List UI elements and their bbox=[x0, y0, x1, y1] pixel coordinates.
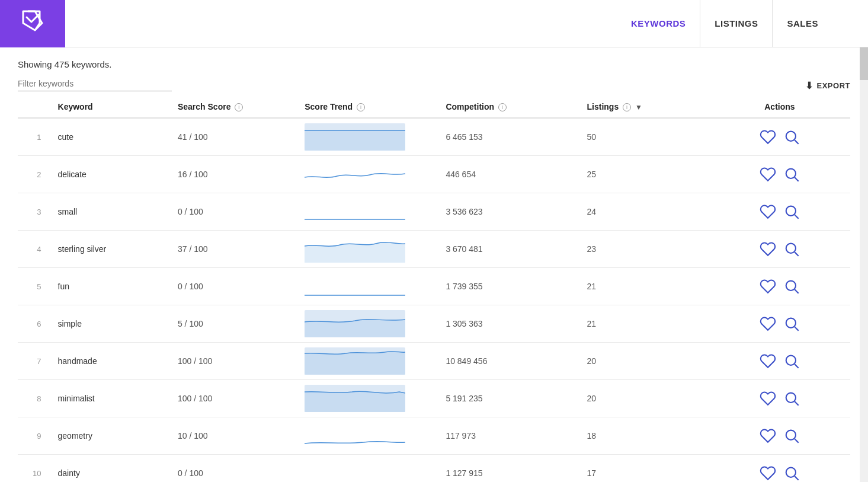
row-score-1: 41 / 100 bbox=[173, 118, 300, 156]
favorite-icon[interactable] bbox=[760, 427, 776, 444]
scrollbar-thumb[interactable] bbox=[860, 47, 868, 80]
row-trend-8 bbox=[300, 380, 441, 417]
svg-point-3 bbox=[786, 169, 796, 178]
svg-line-10 bbox=[795, 290, 798, 293]
row-competition-1: 6 465 153 bbox=[441, 118, 582, 156]
row-actions-10 bbox=[709, 455, 850, 482]
svg-point-7 bbox=[786, 244, 796, 253]
svg-line-16 bbox=[795, 365, 798, 368]
scrollbar-track[interactable] bbox=[860, 47, 868, 482]
row-actions-1 bbox=[709, 118, 850, 156]
favorite-icon[interactable] bbox=[760, 465, 776, 481]
row-listings-2: 25 bbox=[582, 156, 709, 193]
search-keyword-icon[interactable] bbox=[783, 427, 800, 444]
search-keyword-icon[interactable] bbox=[783, 241, 800, 257]
row-trend-10 bbox=[300, 455, 441, 482]
row-keyword-1: cute bbox=[53, 118, 173, 156]
nav-tabs: KEYWORDS LISTINGS SALES bbox=[617, 0, 832, 47]
row-actions-7 bbox=[709, 343, 850, 380]
row-trend-6 bbox=[300, 305, 441, 343]
row-num-4: 4 bbox=[18, 231, 53, 268]
favorite-icon[interactable] bbox=[760, 278, 776, 295]
table-row: 1 cute 41 / 100 6 465 153 50 bbox=[18, 118, 850, 156]
row-competition-2: 446 654 bbox=[441, 156, 582, 193]
row-competition-5: 1 739 355 bbox=[441, 268, 582, 305]
favorite-icon[interactable] bbox=[760, 166, 776, 183]
row-trend-2 bbox=[300, 156, 441, 193]
svg-point-9 bbox=[786, 281, 796, 291]
favorite-icon[interactable] bbox=[760, 129, 776, 145]
svg-point-18 bbox=[786, 393, 796, 403]
row-trend-4 bbox=[300, 231, 441, 268]
row-num-2: 2 bbox=[18, 156, 53, 193]
row-num-10: 10 bbox=[18, 455, 53, 482]
svg-point-20 bbox=[786, 430, 796, 440]
logo-icon bbox=[18, 7, 47, 40]
row-score-3: 0 / 100 bbox=[173, 193, 300, 231]
col-num bbox=[18, 96, 53, 118]
favorite-icon[interactable] bbox=[760, 203, 776, 220]
table-row: 3 small 0 / 100 3 536 623 24 bbox=[18, 193, 850, 231]
row-keyword-4: sterling silver bbox=[53, 231, 173, 268]
favorite-icon[interactable] bbox=[760, 390, 776, 407]
search-keyword-icon[interactable] bbox=[783, 129, 800, 145]
keywords-table: Keyword Search Score i Score Trend i Com… bbox=[18, 96, 850, 482]
row-score-9: 10 / 100 bbox=[173, 417, 300, 455]
table-row: 7 handmade 100 / 100 10 849 456 20 bbox=[18, 343, 850, 380]
row-score-5: 0 / 100 bbox=[173, 268, 300, 305]
row-score-2: 16 / 100 bbox=[173, 156, 300, 193]
svg-line-6 bbox=[795, 215, 798, 219]
row-listings-1: 50 bbox=[582, 118, 709, 156]
row-keyword-8: minimalist bbox=[53, 380, 173, 417]
export-button[interactable]: ⬇ EXPORT bbox=[805, 80, 850, 91]
row-trend-9 bbox=[300, 417, 441, 455]
row-listings-6: 21 bbox=[582, 305, 709, 343]
svg-point-22 bbox=[786, 468, 796, 477]
svg-line-4 bbox=[795, 178, 798, 181]
row-actions-4 bbox=[709, 231, 850, 268]
row-num-1: 1 bbox=[18, 118, 53, 156]
search-keyword-icon[interactable] bbox=[783, 278, 800, 295]
table-row: 8 minimalist 100 / 100 5 191 235 20 bbox=[18, 380, 850, 417]
favorite-icon[interactable] bbox=[760, 315, 776, 332]
tab-sales[interactable]: SALES bbox=[773, 0, 832, 47]
search-score-info-icon[interactable]: i bbox=[235, 103, 243, 111]
row-competition-7: 10 849 456 bbox=[441, 343, 582, 380]
listings-sort-icon[interactable]: ▼ bbox=[635, 103, 642, 111]
tab-keywords[interactable]: KEYWORDS bbox=[617, 0, 700, 47]
favorite-icon[interactable] bbox=[760, 241, 776, 257]
header: KEYWORDS LISTINGS SALES bbox=[0, 0, 868, 47]
row-competition-10: 1 127 915 bbox=[441, 455, 582, 482]
table-header-row: Keyword Search Score i Score Trend i Com… bbox=[18, 96, 850, 118]
filter-keywords-input[interactable] bbox=[18, 79, 172, 88]
row-actions-6 bbox=[709, 305, 850, 343]
svg-point-1 bbox=[786, 132, 796, 141]
search-keyword-icon[interactable] bbox=[783, 465, 800, 481]
row-trend-1 bbox=[300, 118, 441, 156]
row-keyword-2: delicate bbox=[53, 156, 173, 193]
search-keyword-icon[interactable] bbox=[783, 166, 800, 183]
row-actions-2 bbox=[709, 156, 850, 193]
row-actions-9 bbox=[709, 417, 850, 455]
listings-info-icon[interactable]: i bbox=[623, 103, 631, 111]
svg-line-19 bbox=[795, 402, 798, 406]
score-trend-info-icon[interactable]: i bbox=[357, 103, 365, 111]
competition-info-icon[interactable]: i bbox=[498, 103, 507, 111]
tab-listings[interactable]: LISTINGS bbox=[700, 0, 773, 47]
row-actions-3 bbox=[709, 193, 850, 231]
favorite-icon[interactable] bbox=[760, 353, 776, 369]
col-actions: Actions bbox=[709, 96, 850, 118]
row-listings-9: 18 bbox=[582, 417, 709, 455]
row-score-6: 5 / 100 bbox=[173, 305, 300, 343]
search-keyword-icon[interactable] bbox=[783, 390, 800, 407]
row-listings-3: 24 bbox=[582, 193, 709, 231]
search-keyword-icon[interactable] bbox=[783, 203, 800, 220]
table-body: 1 cute 41 / 100 6 465 153 50 2 delicate … bbox=[18, 118, 850, 482]
row-competition-3: 3 536 623 bbox=[441, 193, 582, 231]
row-listings-8: 20 bbox=[582, 380, 709, 417]
search-keyword-icon[interactable] bbox=[783, 315, 800, 332]
table-row: 2 delicate 16 / 100 446 654 25 bbox=[18, 156, 850, 193]
table-row: 10 dainty 0 / 100 1 127 915 17 bbox=[18, 455, 850, 482]
row-competition-8: 5 191 235 bbox=[441, 380, 582, 417]
search-keyword-icon[interactable] bbox=[783, 353, 800, 369]
